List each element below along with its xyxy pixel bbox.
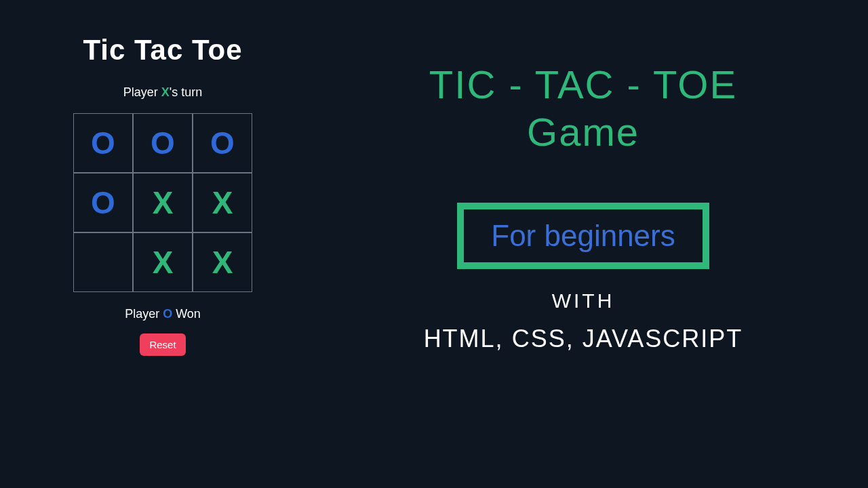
promo-panel: TIC - TAC - TOE Game For beginners WITH … (326, 0, 868, 488)
cell-1-1[interactable]: X (133, 173, 193, 232)
turn-prefix: Player (123, 85, 161, 99)
promo-title-line2: Game (429, 108, 737, 156)
beginners-text: For beginners (491, 219, 675, 253)
tech-text: HTML, CSS, JAVASCRIPT (424, 325, 743, 353)
cell-1-2[interactable]: X (193, 173, 252, 232)
cell-2-1[interactable]: X (133, 232, 193, 292)
cell-0-2[interactable]: O (193, 113, 252, 173)
game-title: Tic Tac Toe (83, 34, 242, 66)
cell-0-0[interactable]: O (73, 113, 133, 173)
cell-2-2[interactable]: X (193, 232, 252, 292)
game-board: O O O O X X X X (73, 113, 252, 292)
promo-title: TIC - TAC - TOE Game (429, 61, 737, 155)
result-status: Player O Won (125, 307, 201, 321)
cell-0-1[interactable]: O (133, 113, 193, 173)
cell-2-0[interactable] (73, 232, 133, 292)
result-player: O (163, 307, 172, 321)
result-suffix: Won (172, 307, 201, 321)
beginners-box: For beginners (457, 203, 709, 269)
with-text: WITH (552, 289, 615, 312)
game-panel: Tic Tac Toe Player X's turn O O O O X X … (0, 0, 326, 488)
turn-suffix: 's turn (170, 85, 202, 99)
result-prefix: Player (125, 307, 163, 321)
turn-status: Player X's turn (123, 85, 203, 100)
cell-1-0[interactable]: O (73, 173, 133, 232)
reset-button[interactable]: Reset (140, 333, 185, 356)
promo-title-line1: TIC - TAC - TOE (429, 61, 737, 108)
turn-player: X (161, 85, 170, 99)
